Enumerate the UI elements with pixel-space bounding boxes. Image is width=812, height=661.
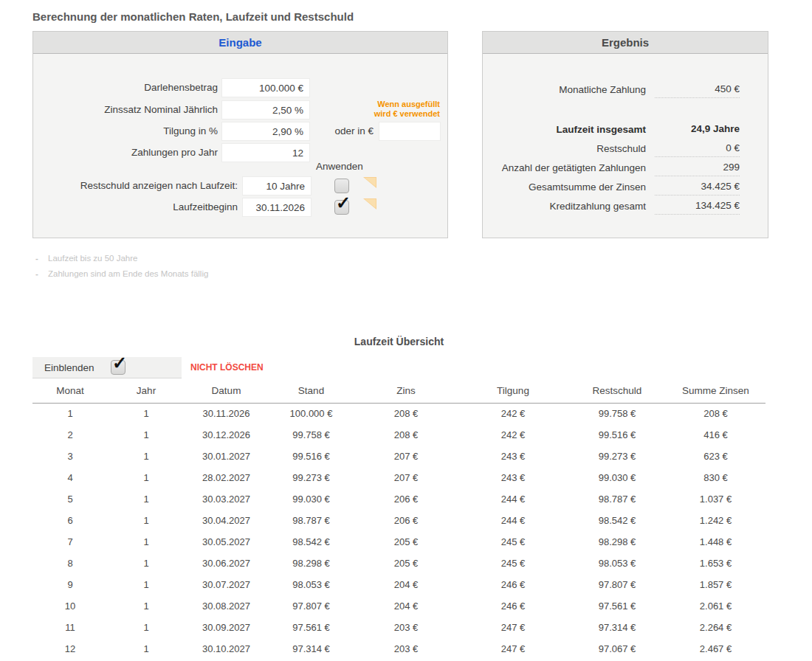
column-header-datum[interactable]: Datum bbox=[185, 378, 268, 403]
zinssatz-input[interactable]: 2,50 % bbox=[221, 100, 310, 120]
table-cell[interactable]: 247 € bbox=[458, 638, 568, 660]
table-cell[interactable]: 4 bbox=[32, 467, 108, 488]
table-cell[interactable]: 204 € bbox=[354, 574, 458, 595]
table-cell[interactable]: 208 € bbox=[666, 403, 765, 424]
column-header-zins[interactable]: Zins bbox=[354, 378, 458, 403]
table-cell[interactable]: 1 bbox=[108, 510, 185, 531]
table-cell[interactable]: 97.807 € bbox=[568, 574, 666, 595]
table-cell[interactable]: 99.758 € bbox=[268, 424, 354, 446]
table-cell[interactable]: 99.516 € bbox=[568, 424, 666, 446]
table-cell[interactable]: 830 € bbox=[666, 467, 765, 488]
column-header-tilgung[interactable]: Tilgung bbox=[458, 378, 568, 403]
table-cell[interactable]: 206 € bbox=[354, 488, 458, 510]
table-cell[interactable]: 8 bbox=[32, 553, 108, 574]
table-cell[interactable]: 30.06.2027 bbox=[185, 553, 268, 574]
table-cell[interactable]: 5 bbox=[32, 488, 108, 510]
table-cell[interactable]: 30.07.2027 bbox=[185, 574, 268, 595]
restschuld-laufzeit-input[interactable]: 10 Jahre bbox=[242, 176, 312, 195]
table-cell[interactable]: 30.08.2027 bbox=[185, 595, 268, 617]
table-cell[interactable]: 2.061 € bbox=[666, 595, 765, 617]
tilgung-euro-input[interactable] bbox=[379, 122, 441, 141]
table-cell[interactable]: 98.298 € bbox=[268, 553, 354, 574]
table-cell[interactable]: 208 € bbox=[354, 403, 458, 424]
table-cell[interactable]: 246 € bbox=[458, 595, 568, 617]
table-cell[interactable]: 242 € bbox=[458, 424, 568, 446]
column-header-summe-zinsen[interactable]: Summe Zinsen bbox=[666, 378, 765, 403]
table-cell[interactable]: 243 € bbox=[458, 446, 568, 467]
table-cell[interactable]: 1.653 € bbox=[666, 553, 765, 574]
table-cell[interactable]: 10 bbox=[32, 595, 108, 617]
table-cell[interactable]: 203 € bbox=[354, 638, 458, 660]
table-cell[interactable]: 99.758 € bbox=[568, 403, 666, 424]
table-cell[interactable]: 207 € bbox=[354, 467, 458, 488]
table-cell[interactable]: 1.037 € bbox=[666, 488, 765, 510]
table-cell[interactable]: 7 bbox=[32, 531, 108, 553]
table-cell[interactable]: 1 bbox=[108, 403, 185, 424]
table-cell[interactable]: 206 € bbox=[354, 510, 458, 531]
gesamtsumme-zinsen-value[interactable]: 34.425 € bbox=[655, 178, 740, 195]
table-cell[interactable]: 245 € bbox=[458, 531, 568, 553]
table-cell[interactable]: 30.09.2027 bbox=[185, 617, 268, 638]
table-cell[interactable]: 11 bbox=[32, 617, 108, 638]
restschuld-value[interactable]: 0 € bbox=[655, 139, 740, 157]
table-cell[interactable]: 243 € bbox=[458, 467, 568, 488]
table-cell[interactable]: 30.04.2027 bbox=[185, 510, 268, 531]
anzahl-zahlungen-value[interactable]: 299 bbox=[655, 159, 740, 176]
table-cell[interactable]: 204 € bbox=[354, 595, 458, 617]
monatliche-zahlung-value[interactable]: 450 € bbox=[655, 80, 740, 98]
table-cell[interactable]: 1 bbox=[108, 574, 185, 595]
table-cell[interactable]: 97.314 € bbox=[568, 617, 666, 638]
table-cell[interactable]: 30.12.2026 bbox=[185, 424, 268, 446]
laufzeitbeginn-anwenden-checkbox[interactable]: ✓ bbox=[334, 200, 349, 215]
table-cell[interactable]: 6 bbox=[32, 510, 108, 531]
table-cell[interactable]: 244 € bbox=[458, 510, 568, 531]
table-cell[interactable]: 1 bbox=[108, 531, 185, 553]
column-header-stand[interactable]: Stand bbox=[268, 378, 354, 403]
table-cell[interactable]: 97.314 € bbox=[268, 638, 354, 660]
table-cell[interactable]: 9 bbox=[32, 574, 108, 595]
laufzeitbeginn-input[interactable]: 30.11.2026 bbox=[242, 198, 312, 217]
table-cell[interactable]: 245 € bbox=[458, 553, 568, 574]
table-cell[interactable]: 98.787 € bbox=[568, 488, 666, 510]
column-header-restschuld[interactable]: Restschuld bbox=[568, 378, 666, 403]
table-cell[interactable]: 1.448 € bbox=[666, 531, 765, 553]
table-cell[interactable]: 1 bbox=[108, 617, 185, 638]
table-cell[interactable]: 1 bbox=[108, 595, 185, 617]
table-cell[interactable]: 1 bbox=[108, 553, 185, 574]
table-cell[interactable]: 205 € bbox=[354, 531, 458, 553]
table-cell[interactable]: 1.857 € bbox=[666, 574, 765, 595]
table-cell[interactable]: 30.10.2027 bbox=[185, 638, 268, 660]
table-cell[interactable]: 1 bbox=[108, 467, 185, 488]
table-cell[interactable]: 97.807 € bbox=[268, 595, 354, 617]
laufzeit-insgesamt-value[interactable]: 24,9 Jahre bbox=[655, 120, 740, 138]
table-cell[interactable]: 1 bbox=[108, 446, 185, 467]
table-cell[interactable]: 97.561 € bbox=[568, 595, 666, 617]
table-cell[interactable]: 1 bbox=[32, 403, 108, 424]
table-cell[interactable]: 100.000 € bbox=[268, 403, 354, 424]
tilgung-prozent-input[interactable]: 2,90 % bbox=[221, 122, 310, 141]
column-header-monat[interactable]: Monat bbox=[32, 378, 108, 403]
table-cell[interactable]: 30.11.2026 bbox=[185, 403, 268, 424]
table-cell[interactable]: 205 € bbox=[354, 553, 458, 574]
table-cell[interactable]: 1 bbox=[108, 638, 185, 660]
table-cell[interactable]: 207 € bbox=[354, 446, 458, 467]
table-cell[interactable]: 98.787 € bbox=[268, 510, 354, 531]
table-cell[interactable]: 97.561 € bbox=[268, 617, 354, 638]
table-cell[interactable]: 99.273 € bbox=[268, 467, 354, 488]
table-cell[interactable]: 416 € bbox=[666, 424, 765, 446]
table-cell[interactable]: 98.542 € bbox=[268, 531, 354, 553]
table-cell[interactable]: 99.273 € bbox=[568, 446, 666, 467]
table-cell[interactable]: 208 € bbox=[354, 424, 458, 446]
table-cell[interactable]: 30.05.2027 bbox=[185, 531, 268, 553]
column-header-jahr[interactable]: Jahr bbox=[108, 378, 185, 403]
kreditzahlung-gesamt-value[interactable]: 134.425 € bbox=[655, 197, 740, 215]
table-cell[interactable]: 98.298 € bbox=[568, 531, 666, 553]
table-cell[interactable]: 1.242 € bbox=[666, 510, 765, 531]
table-cell[interactable]: 98.542 € bbox=[568, 510, 666, 531]
table-cell[interactable]: 1 bbox=[108, 488, 185, 510]
table-cell[interactable]: 246 € bbox=[458, 574, 568, 595]
table-cell[interactable]: 98.053 € bbox=[568, 553, 666, 574]
table-cell[interactable]: 97.067 € bbox=[568, 638, 666, 660]
table-cell[interactable]: 30.03.2027 bbox=[185, 488, 268, 510]
table-cell[interactable]: 623 € bbox=[666, 446, 765, 467]
